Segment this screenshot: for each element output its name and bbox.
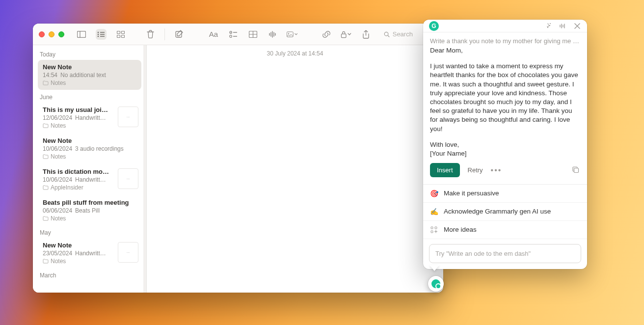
note-thumbnail: ···	[118, 107, 138, 127]
note-list-item[interactable]: Beats pill stuff from meeting06/06/2024B…	[38, 195, 141, 225]
folder-icon	[43, 154, 49, 159]
grammarly-logo-icon: G	[429, 21, 439, 31]
window-controls	[39, 31, 64, 37]
note-title: New Note	[43, 63, 136, 71]
grammarly-header: G	[423, 20, 587, 32]
svg-rect-0	[78, 31, 86, 37]
response-closing-2: [Your Name]	[430, 149, 580, 158]
svg-rect-10	[117, 35, 120, 37]
audio-icon[interactable]	[267, 29, 278, 40]
target-icon: 🎯	[430, 190, 438, 197]
grammarly-actions: Insert Retry •••	[423, 158, 587, 184]
note-editor[interactable]: 30 July 2024 at 14:54	[147, 45, 443, 293]
section-header: March	[36, 269, 143, 281]
grammarly-response: Dear Mom, I just wanted to take a moment…	[423, 46, 587, 158]
svg-point-30	[550, 23, 551, 24]
checklist-icon[interactable]	[228, 29, 239, 40]
grammarly-prompt-preview: Write a thank you note to my mother for …	[423, 32, 587, 46]
folder-icon	[43, 216, 49, 221]
folder-icon	[43, 185, 49, 190]
suggestion-label: Acknowledge Grammarly gen AI use	[444, 208, 551, 215]
folder-name: Notes	[51, 215, 66, 222]
search-icon	[384, 31, 390, 38]
section-header: Today	[36, 48, 143, 60]
note-title: This is my usual joi…	[43, 106, 111, 113]
note-list-item[interactable]: This is my usual joi…12/06/2024Handwritt…	[38, 103, 141, 133]
note-title: New Note	[43, 242, 111, 249]
response-closing-1: With love,	[430, 140, 580, 149]
share-icon[interactable]	[360, 29, 371, 40]
note-list-item[interactable]: New Note10/06/20243 audio recordingsNote…	[38, 134, 141, 163]
note-list-item[interactable]: New Note23/05/2024Handwritt…Notes···	[38, 238, 141, 268]
note-date: 10/06/2024	[43, 145, 72, 152]
note-subtitle: Handwritt…	[75, 250, 106, 257]
notes-toolbar: Aa	[33, 24, 443, 45]
more-actions-icon[interactable]: •••	[491, 166, 502, 175]
text-style-button[interactable]: Aa	[208, 29, 219, 40]
grammarly-floating-button[interactable]	[428, 276, 444, 292]
retry-button[interactable]: Retry	[468, 166, 483, 174]
close-window-button[interactable]	[39, 31, 45, 37]
svg-rect-36	[431, 227, 433, 229]
svg-point-3	[98, 33, 99, 35]
sparkle-icon[interactable]	[544, 22, 552, 30]
table-icon[interactable]	[247, 29, 258, 40]
svg-rect-38	[431, 231, 433, 233]
notes-sidebar[interactable]: TodayNew Note14:54No additional textNote…	[33, 45, 147, 293]
note-title: New Note	[43, 137, 136, 144]
trash-icon[interactable]	[145, 29, 156, 40]
svg-point-26	[288, 33, 289, 34]
note-thumbnail: ···	[118, 242, 138, 263]
sidebar-scrollbar[interactable]	[143, 45, 146, 293]
note-subtitle: 3 audio recordings	[75, 145, 124, 152]
lock-menu-icon[interactable]	[341, 29, 351, 40]
copy-icon[interactable]	[572, 166, 580, 174]
section-header: June	[36, 91, 143, 103]
folder-name: Notes	[51, 80, 66, 86]
suggestion-persuasive[interactable]: 🎯 Make it persuasive	[423, 185, 587, 203]
note-subtitle: Handwritt…	[75, 176, 106, 183]
chevron-down-icon	[348, 33, 351, 36]
gallery-view-icon[interactable]	[115, 29, 126, 40]
svg-rect-11	[122, 35, 125, 37]
svg-rect-27	[341, 34, 346, 38]
note-subtitle: Handwritt…	[75, 114, 106, 121]
list-view-icon[interactable]	[96, 29, 107, 40]
svg-rect-25	[287, 31, 293, 36]
svg-line-29	[388, 35, 389, 37]
svg-rect-9	[122, 31, 125, 33]
note-subtitle: Beats Pill	[75, 207, 100, 214]
note-subtitle: No additional text	[60, 72, 106, 79]
note-date: 23/05/2024	[43, 250, 72, 257]
compose-icon[interactable]	[174, 29, 185, 40]
sidebar-toggle-icon[interactable]	[76, 29, 87, 40]
grammarly-panel: G Write a thank you note to my mother fo…	[423, 20, 587, 269]
note-title: Beats pill stuff from meeting	[43, 199, 136, 206]
suggestion-acknowledge[interactable]: ✍️ Acknowledge Grammarly gen AI use	[423, 203, 587, 221]
folder-icon	[43, 81, 49, 85]
svg-point-15	[229, 35, 232, 37]
note-list-item[interactable]: New Note14:54No additional textNotes	[38, 60, 141, 90]
suggestion-label: More ideas	[444, 226, 477, 233]
grid-plus-icon	[430, 226, 438, 234]
folder-name: Notes	[51, 122, 66, 129]
folder-name: Notes	[51, 258, 66, 265]
note-list-item[interactable]: This is dictation mo…10/06/2024Handwritt…	[38, 164, 141, 194]
close-icon[interactable]	[573, 22, 581, 30]
media-menu-icon[interactable]	[287, 29, 297, 40]
link-icon[interactable]	[321, 29, 332, 40]
response-body: I just wanted to take a moment to expres…	[430, 62, 580, 134]
insert-button[interactable]: Insert	[430, 163, 460, 177]
note-date: 14:54	[43, 72, 57, 79]
svg-point-4	[98, 35, 99, 37]
equalizer-icon[interactable]	[559, 22, 566, 30]
zoom-window-button[interactable]	[58, 31, 64, 37]
note-thumbnail: ···	[118, 168, 138, 189]
suggestion-more-ideas[interactable]: More ideas	[423, 221, 587, 239]
minimize-window-button[interactable]	[49, 31, 54, 37]
svg-point-2	[98, 31, 99, 33]
note-date-line: 30 July 2024 at 14:54	[147, 45, 443, 57]
grammarly-prompt-input[interactable]	[429, 244, 581, 263]
svg-rect-37	[435, 227, 437, 229]
note-date: 06/06/2024	[43, 207, 72, 214]
